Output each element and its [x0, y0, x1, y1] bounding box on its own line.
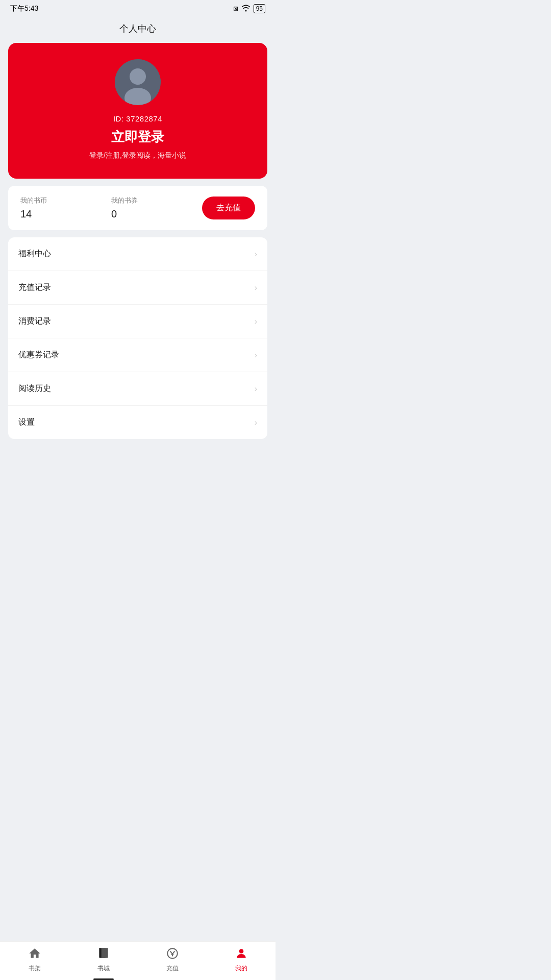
profile-card[interactable]: ID: 37282874 立即登录 登录/注册,登录阅读，海量小说 [8, 43, 267, 179]
recharge-button[interactable]: 去充值 [202, 197, 255, 219]
menu-item[interactable]: 福利中心 › [8, 237, 267, 271]
menu-item-label: 消费记录 [18, 316, 51, 327]
svg-point-1 [130, 68, 146, 85]
chevron-icon: › [255, 351, 257, 360]
chevron-icon: › [255, 317, 257, 326]
page-title: 个人中心 [0, 15, 276, 43]
my-coins-label: 我的书币 [20, 196, 111, 205]
menu-item[interactable]: 设置 › [8, 406, 267, 439]
my-vouchers: 我的书券 0 [111, 196, 202, 220]
menu-item[interactable]: 消费记录 › [8, 305, 267, 338]
status-time: 下午5:43 [10, 4, 38, 13]
menu-item[interactable]: 优惠券记录 › [8, 338, 267, 372]
avatar [115, 59, 161, 105]
login-title[interactable]: 立即登录 [111, 128, 164, 146]
my-coins-value: 14 [20, 208, 111, 220]
menu-item-label: 优惠券记录 [18, 350, 59, 360]
chevron-icon: › [255, 250, 257, 259]
chevron-icon: › [255, 418, 257, 427]
user-id: ID: 37282874 [113, 114, 162, 123]
status-bar: 下午5:43 ⊠ 95 [0, 0, 276, 15]
menu-card: 福利中心 › 充值记录 › 消费记录 › 优惠券记录 › 阅读历史 › 设置 › [8, 237, 267, 439]
my-vouchers-label: 我的书券 [111, 196, 202, 205]
currency-card: 我的书币 14 我的书券 0 去充值 [8, 186, 267, 230]
menu-item-label: 充值记录 [18, 282, 51, 293]
my-vouchers-value: 0 [111, 208, 202, 220]
chevron-icon: › [255, 283, 257, 292]
menu-item[interactable]: 阅读历史 › [8, 372, 267, 406]
menu-item-label: 设置 [18, 417, 35, 428]
menu-item[interactable]: 充值记录 › [8, 271, 267, 305]
signal-icon: ⊠ [233, 5, 238, 12]
status-icons: ⊠ 95 [233, 4, 265, 13]
wifi-icon [241, 5, 251, 13]
menu-item-label: 福利中心 [18, 249, 51, 259]
login-subtitle: 登录/注册,登录阅读，海量小说 [89, 151, 186, 160]
chevron-icon: › [255, 384, 257, 394]
menu-item-label: 阅读历史 [18, 383, 51, 394]
battery-icon: 95 [254, 4, 265, 13]
my-coins: 我的书币 14 [20, 196, 111, 220]
